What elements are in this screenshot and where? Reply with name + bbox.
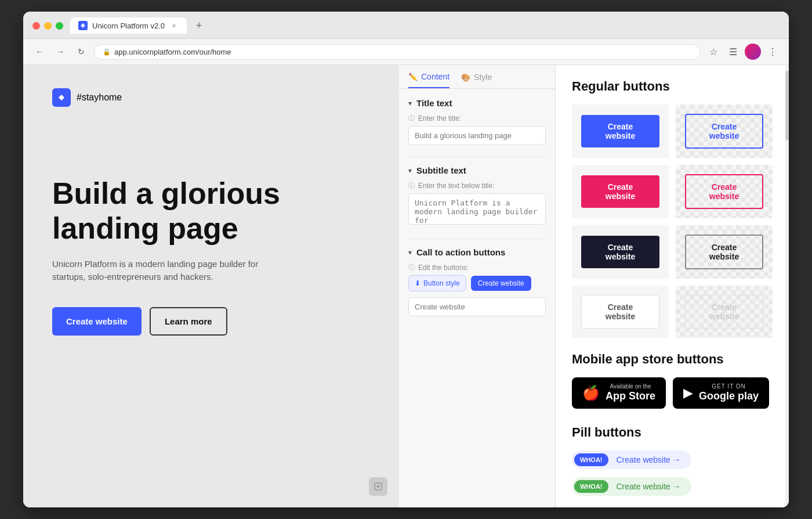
btn-dark-outline[interactable]: Create website xyxy=(685,235,763,269)
appstore-small-text: Available on the xyxy=(606,383,655,390)
bookmark-icon[interactable]: ☆ xyxy=(705,44,722,60)
reading-list-icon[interactable]: ☰ xyxy=(725,44,741,60)
tab-bar: Unicorn Platform v2.0 × + xyxy=(70,17,780,34)
cta-input[interactable] xyxy=(408,297,546,316)
preview-bottom-icon xyxy=(369,477,387,496)
tab-content[interactable]: ✏️ Content xyxy=(408,72,449,88)
button-style-tab[interactable]: ⬇ Button style xyxy=(408,275,466,291)
btn-blue-outline[interactable]: Create website xyxy=(685,114,763,149)
fullscreen-traffic-light[interactable] xyxy=(56,22,63,30)
scrollbar-thumb[interactable] xyxy=(785,71,789,140)
minimize-traffic-light[interactable] xyxy=(44,22,52,30)
subtitle-section-title: Subtitle text xyxy=(416,165,466,175)
subtitle-field-label: Enter the text below title: xyxy=(418,182,494,190)
gplay-large-text: Google play xyxy=(699,390,759,403)
scrollbar-track xyxy=(785,65,789,507)
pill-badge-blue: WHOA! xyxy=(574,453,608,466)
buttons-panel: Regular buttons Create website Create we… xyxy=(556,65,789,507)
browser-titlebar: Unicorn Platform v2.0 × + xyxy=(23,12,789,39)
appstore-large-text: App Store xyxy=(606,390,655,403)
cta-section: ▾ Call to action buttons ⓘ Edit the butt… xyxy=(408,247,546,316)
pill-button-row-2[interactable]: WHOA! Create website → xyxy=(572,477,691,496)
preview-outline-button[interactable]: Learn more xyxy=(150,307,227,336)
subtitle-field-label-row: ⓘ Enter the text below title: xyxy=(408,181,546,190)
editor-divider-1 xyxy=(408,157,546,157)
browser-tab[interactable]: Unicorn Platform v2.0 × xyxy=(70,17,187,34)
new-tab-button[interactable]: + xyxy=(191,18,206,33)
subtitle-section: ▾ Subtitle text ⓘ Enter the text below t… xyxy=(408,165,546,227)
preview-inner: #stayhome Build a glorious landing page … xyxy=(23,65,399,507)
tab-title: Unicorn Platform v2.0 xyxy=(92,21,165,30)
apple-icon: 🍎 xyxy=(582,385,600,401)
pill-button-row-1[interactable]: WHOA! Create website → xyxy=(572,450,691,469)
preview-logo-row: #stayhome xyxy=(52,88,370,107)
content-tab-label: Content xyxy=(421,72,449,81)
btn-pink-outline-cell: Create website xyxy=(676,165,773,218)
preview-buttons: Create website Learn more xyxy=(52,307,370,336)
title-section-title: Title text xyxy=(416,98,452,108)
title-section-header[interactable]: ▾ Title text xyxy=(408,98,546,108)
preview-hashtag: #stayhome xyxy=(77,92,122,103)
style-tab-icon: 🎨 xyxy=(461,73,470,82)
pill-link-2[interactable]: Create website → xyxy=(608,480,689,493)
tab-close-button[interactable]: × xyxy=(169,21,179,30)
title-chevron-icon: ▾ xyxy=(408,99,412,107)
appstore-heading: Mobile app store buttons xyxy=(572,352,773,367)
appstore-text-group: Available on the App Store xyxy=(606,383,655,403)
regular-buttons-heading: Regular buttons xyxy=(572,79,773,94)
button-style-icon: ⬇ xyxy=(415,279,420,287)
menu-icon[interactable]: ⋮ xyxy=(764,44,781,60)
google-play-button[interactable]: ▶ GET IT ON Google play xyxy=(673,377,769,409)
subtitle-info-icon: ⓘ xyxy=(408,181,415,190)
cta-create-small-button[interactable]: Create website xyxy=(471,276,531,291)
button-style-label: Button style xyxy=(423,279,460,287)
editor-divider-2 xyxy=(408,239,546,239)
browser-toolbar: ← → ↻ 🔒 app.unicornplatform.com/our/home… xyxy=(23,39,789,65)
pill-buttons-heading: Pill buttons xyxy=(572,425,773,440)
btn-blue-filled[interactable]: Create website xyxy=(581,115,659,147)
button-style-row: ⬇ Button style Create website xyxy=(408,275,546,291)
btn-light-disabled: Create website xyxy=(685,295,763,329)
cta-section-header[interactable]: ▾ Call to action buttons xyxy=(408,247,546,257)
btn-pink-filled[interactable]: Create website xyxy=(581,175,659,208)
browser-content: #stayhome Build a glorious landing page … xyxy=(23,65,789,507)
editor-panel: ✏️ Content 🎨 Style ▾ Title text ⓘ xyxy=(399,65,556,507)
btn-dark-filled-cell: Create website xyxy=(572,225,669,279)
google-play-icon: ▶ xyxy=(683,385,693,401)
preview-title: Build a glorious landing page xyxy=(52,176,370,246)
gplay-text-group: GET IT ON Google play xyxy=(699,383,759,403)
lock-icon: 🔒 xyxy=(103,48,111,56)
browser-window: Unicorn Platform v2.0 × + ← → ↻ 🔒 app.un… xyxy=(23,12,789,507)
title-field-label-row: ⓘ Enter the title: xyxy=(408,114,546,122)
btn-light-cell: Create website xyxy=(572,286,669,338)
cta-field-label: Edit the buttons: xyxy=(418,264,469,272)
btn-light-disabled-cell: Create website xyxy=(676,286,773,338)
app-buttons-row: 🍎 Available on the App Store ▶ GET IT ON… xyxy=(572,377,773,409)
cta-info-icon: ⓘ xyxy=(408,263,415,272)
btn-dark-filled[interactable]: Create website xyxy=(581,236,659,268)
btn-light[interactable]: Create website xyxy=(581,295,659,329)
btn-pink-outline[interactable]: Create website xyxy=(685,174,763,209)
preview-panel: #stayhome Build a glorious landing page … xyxy=(23,65,399,507)
title-field-label: Enter the title: xyxy=(418,114,461,122)
subtitle-textarea[interactable] xyxy=(408,193,546,225)
editor-tab-bar: ✏️ Content 🎨 Style xyxy=(399,65,555,89)
forward-button[interactable]: → xyxy=(52,44,68,60)
btn-pink-filled-cell: Create website xyxy=(572,165,669,218)
refresh-button[interactable]: ↻ xyxy=(73,44,89,60)
url-text: app.unicornplatform.com/our/home xyxy=(114,48,231,56)
user-avatar[interactable] xyxy=(745,44,761,60)
subtitle-section-header[interactable]: ▾ Subtitle text xyxy=(408,165,546,175)
gplay-small-text: GET IT ON xyxy=(699,383,759,390)
tab-style[interactable]: 🎨 Style xyxy=(461,72,492,88)
regular-buttons-grid: Create website Create website Create web… xyxy=(572,104,773,338)
pill-link-1[interactable]: Create website → xyxy=(608,453,689,467)
content-tab-icon: ✏️ xyxy=(408,73,418,81)
title-input[interactable] xyxy=(408,126,546,145)
close-traffic-light[interactable] xyxy=(32,22,40,30)
traffic-lights xyxy=(32,22,63,30)
back-button[interactable]: ← xyxy=(31,44,48,60)
address-bar[interactable]: 🔒 app.unicornplatform.com/our/home xyxy=(94,44,701,60)
app-store-button[interactable]: 🍎 Available on the App Store xyxy=(572,377,666,409)
preview-primary-button[interactable]: Create website xyxy=(52,307,142,336)
